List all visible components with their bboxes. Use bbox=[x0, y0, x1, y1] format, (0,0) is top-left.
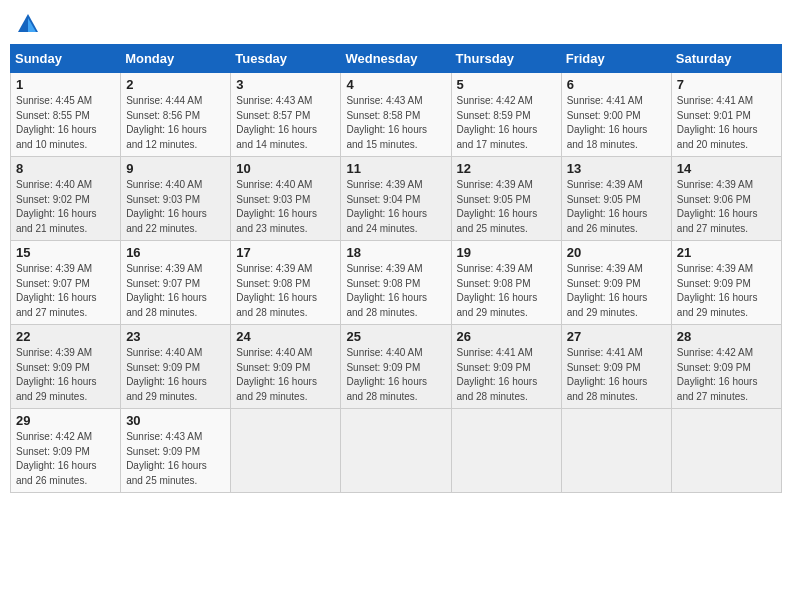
header-sunday: Sunday bbox=[11, 45, 121, 73]
day-number: 16 bbox=[126, 245, 225, 260]
day-cell: 4Sunrise: 4:43 AMSunset: 8:58 PMDaylight… bbox=[341, 73, 451, 157]
day-number: 28 bbox=[677, 329, 776, 344]
day-cell: 19Sunrise: 4:39 AMSunset: 9:08 PMDayligh… bbox=[451, 241, 561, 325]
day-cell: 18Sunrise: 4:39 AMSunset: 9:08 PMDayligh… bbox=[341, 241, 451, 325]
day-cell: 20Sunrise: 4:39 AMSunset: 9:09 PMDayligh… bbox=[561, 241, 671, 325]
day-number: 21 bbox=[677, 245, 776, 260]
day-number: 12 bbox=[457, 161, 556, 176]
day-info: Sunrise: 4:41 AMSunset: 9:09 PMDaylight:… bbox=[567, 346, 666, 404]
day-number: 30 bbox=[126, 413, 225, 428]
empty-cell bbox=[671, 409, 781, 493]
day-cell: 2Sunrise: 4:44 AMSunset: 8:56 PMDaylight… bbox=[121, 73, 231, 157]
day-number: 14 bbox=[677, 161, 776, 176]
day-cell: 14Sunrise: 4:39 AMSunset: 9:06 PMDayligh… bbox=[671, 157, 781, 241]
day-info: Sunrise: 4:39 AMSunset: 9:09 PMDaylight:… bbox=[677, 262, 776, 320]
day-info: Sunrise: 4:39 AMSunset: 9:05 PMDaylight:… bbox=[567, 178, 666, 236]
day-info: Sunrise: 4:39 AMSunset: 9:05 PMDaylight:… bbox=[457, 178, 556, 236]
day-cell: 22Sunrise: 4:39 AMSunset: 9:09 PMDayligh… bbox=[11, 325, 121, 409]
day-cell: 8Sunrise: 4:40 AMSunset: 9:02 PMDaylight… bbox=[11, 157, 121, 241]
day-info: Sunrise: 4:39 AMSunset: 9:09 PMDaylight:… bbox=[567, 262, 666, 320]
day-info: Sunrise: 4:39 AMSunset: 9:08 PMDaylight:… bbox=[236, 262, 335, 320]
empty-cell bbox=[451, 409, 561, 493]
day-cell: 11Sunrise: 4:39 AMSunset: 9:04 PMDayligh… bbox=[341, 157, 451, 241]
day-info: Sunrise: 4:42 AMSunset: 9:09 PMDaylight:… bbox=[16, 430, 115, 488]
day-number: 1 bbox=[16, 77, 115, 92]
logo-icon bbox=[14, 10, 42, 38]
empty-cell bbox=[341, 409, 451, 493]
day-info: Sunrise: 4:45 AMSunset: 8:55 PMDaylight:… bbox=[16, 94, 115, 152]
header-tuesday: Tuesday bbox=[231, 45, 341, 73]
calendar-week-row: 8Sunrise: 4:40 AMSunset: 9:02 PMDaylight… bbox=[11, 157, 782, 241]
day-info: Sunrise: 4:42 AMSunset: 8:59 PMDaylight:… bbox=[457, 94, 556, 152]
day-info: Sunrise: 4:43 AMSunset: 8:58 PMDaylight:… bbox=[346, 94, 445, 152]
day-number: 18 bbox=[346, 245, 445, 260]
day-number: 6 bbox=[567, 77, 666, 92]
day-info: Sunrise: 4:40 AMSunset: 9:03 PMDaylight:… bbox=[126, 178, 225, 236]
day-number: 27 bbox=[567, 329, 666, 344]
logo bbox=[14, 10, 46, 38]
day-cell: 3Sunrise: 4:43 AMSunset: 8:57 PMDaylight… bbox=[231, 73, 341, 157]
day-cell: 12Sunrise: 4:39 AMSunset: 9:05 PMDayligh… bbox=[451, 157, 561, 241]
calendar-week-row: 1Sunrise: 4:45 AMSunset: 8:55 PMDaylight… bbox=[11, 73, 782, 157]
day-number: 25 bbox=[346, 329, 445, 344]
calendar-week-row: 15Sunrise: 4:39 AMSunset: 9:07 PMDayligh… bbox=[11, 241, 782, 325]
header-wednesday: Wednesday bbox=[341, 45, 451, 73]
day-info: Sunrise: 4:39 AMSunset: 9:08 PMDaylight:… bbox=[457, 262, 556, 320]
day-cell: 13Sunrise: 4:39 AMSunset: 9:05 PMDayligh… bbox=[561, 157, 671, 241]
day-cell: 24Sunrise: 4:40 AMSunset: 9:09 PMDayligh… bbox=[231, 325, 341, 409]
day-cell: 10Sunrise: 4:40 AMSunset: 9:03 PMDayligh… bbox=[231, 157, 341, 241]
calendar-week-row: 22Sunrise: 4:39 AMSunset: 9:09 PMDayligh… bbox=[11, 325, 782, 409]
day-info: Sunrise: 4:42 AMSunset: 9:09 PMDaylight:… bbox=[677, 346, 776, 404]
day-cell: 16Sunrise: 4:39 AMSunset: 9:07 PMDayligh… bbox=[121, 241, 231, 325]
day-cell: 30Sunrise: 4:43 AMSunset: 9:09 PMDayligh… bbox=[121, 409, 231, 493]
day-number: 20 bbox=[567, 245, 666, 260]
day-number: 13 bbox=[567, 161, 666, 176]
day-cell: 6Sunrise: 4:41 AMSunset: 9:00 PMDaylight… bbox=[561, 73, 671, 157]
calendar-week-row: 29Sunrise: 4:42 AMSunset: 9:09 PMDayligh… bbox=[11, 409, 782, 493]
day-cell: 1Sunrise: 4:45 AMSunset: 8:55 PMDaylight… bbox=[11, 73, 121, 157]
header-thursday: Thursday bbox=[451, 45, 561, 73]
day-number: 10 bbox=[236, 161, 335, 176]
day-cell: 21Sunrise: 4:39 AMSunset: 9:09 PMDayligh… bbox=[671, 241, 781, 325]
day-number: 15 bbox=[16, 245, 115, 260]
day-info: Sunrise: 4:40 AMSunset: 9:02 PMDaylight:… bbox=[16, 178, 115, 236]
day-info: Sunrise: 4:43 AMSunset: 9:09 PMDaylight:… bbox=[126, 430, 225, 488]
day-number: 7 bbox=[677, 77, 776, 92]
day-info: Sunrise: 4:40 AMSunset: 9:03 PMDaylight:… bbox=[236, 178, 335, 236]
day-info: Sunrise: 4:44 AMSunset: 8:56 PMDaylight:… bbox=[126, 94, 225, 152]
day-info: Sunrise: 4:39 AMSunset: 9:04 PMDaylight:… bbox=[346, 178, 445, 236]
day-cell: 23Sunrise: 4:40 AMSunset: 9:09 PMDayligh… bbox=[121, 325, 231, 409]
day-cell: 9Sunrise: 4:40 AMSunset: 9:03 PMDaylight… bbox=[121, 157, 231, 241]
day-cell: 17Sunrise: 4:39 AMSunset: 9:08 PMDayligh… bbox=[231, 241, 341, 325]
day-number: 3 bbox=[236, 77, 335, 92]
day-number: 17 bbox=[236, 245, 335, 260]
header-friday: Friday bbox=[561, 45, 671, 73]
day-cell: 7Sunrise: 4:41 AMSunset: 9:01 PMDaylight… bbox=[671, 73, 781, 157]
day-number: 4 bbox=[346, 77, 445, 92]
day-info: Sunrise: 4:39 AMSunset: 9:07 PMDaylight:… bbox=[126, 262, 225, 320]
day-info: Sunrise: 4:41 AMSunset: 9:09 PMDaylight:… bbox=[457, 346, 556, 404]
day-number: 5 bbox=[457, 77, 556, 92]
day-info: Sunrise: 4:41 AMSunset: 9:01 PMDaylight:… bbox=[677, 94, 776, 152]
calendar-table: Sunday Monday Tuesday Wednesday Thursday… bbox=[10, 44, 782, 493]
day-info: Sunrise: 4:39 AMSunset: 9:07 PMDaylight:… bbox=[16, 262, 115, 320]
day-number: 11 bbox=[346, 161, 445, 176]
day-info: Sunrise: 4:40 AMSunset: 9:09 PMDaylight:… bbox=[346, 346, 445, 404]
day-number: 22 bbox=[16, 329, 115, 344]
day-info: Sunrise: 4:40 AMSunset: 9:09 PMDaylight:… bbox=[236, 346, 335, 404]
day-info: Sunrise: 4:40 AMSunset: 9:09 PMDaylight:… bbox=[126, 346, 225, 404]
day-info: Sunrise: 4:43 AMSunset: 8:57 PMDaylight:… bbox=[236, 94, 335, 152]
day-number: 23 bbox=[126, 329, 225, 344]
weekday-header-row: Sunday Monday Tuesday Wednesday Thursday… bbox=[11, 45, 782, 73]
day-info: Sunrise: 4:41 AMSunset: 9:00 PMDaylight:… bbox=[567, 94, 666, 152]
day-cell: 29Sunrise: 4:42 AMSunset: 9:09 PMDayligh… bbox=[11, 409, 121, 493]
day-info: Sunrise: 4:39 AMSunset: 9:08 PMDaylight:… bbox=[346, 262, 445, 320]
day-cell: 28Sunrise: 4:42 AMSunset: 9:09 PMDayligh… bbox=[671, 325, 781, 409]
day-number: 29 bbox=[16, 413, 115, 428]
day-number: 8 bbox=[16, 161, 115, 176]
day-cell: 5Sunrise: 4:42 AMSunset: 8:59 PMDaylight… bbox=[451, 73, 561, 157]
day-number: 19 bbox=[457, 245, 556, 260]
empty-cell bbox=[561, 409, 671, 493]
day-number: 24 bbox=[236, 329, 335, 344]
day-info: Sunrise: 4:39 AMSunset: 9:06 PMDaylight:… bbox=[677, 178, 776, 236]
